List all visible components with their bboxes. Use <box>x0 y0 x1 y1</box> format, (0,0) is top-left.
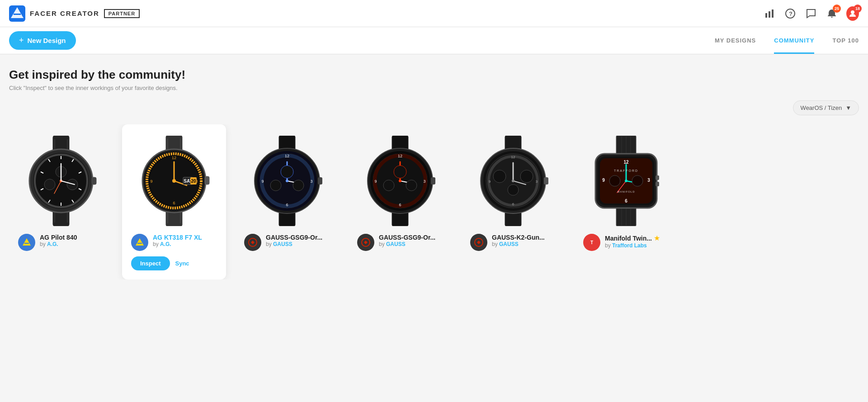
watch-info-gauss2: GAUSS-GSG9-Or... by GAUSS <box>357 234 443 251</box>
watch-author-gauss1: by GAUSS <box>266 241 322 247</box>
svg-text:T: T <box>590 240 593 245</box>
svg-text:6: 6 <box>286 203 288 207</box>
watch-meta-gauss3: GAUSS-K2-Gun... by GAUSS <box>492 234 545 247</box>
svg-rect-5 <box>772 9 774 18</box>
nav-tabs: MY DESIGNS COMMUNITY TOP 100 <box>715 27 859 54</box>
watch-meta-ag-kt318: AG KT318 F7 XL by A.G. <box>153 234 202 247</box>
svg-rect-36 <box>92 177 96 184</box>
chevron-down-icon: ▼ <box>845 104 851 111</box>
svg-point-78 <box>286 180 288 182</box>
svg-marker-37 <box>23 238 31 246</box>
platform-filter[interactable]: WearOS / Tizen ▼ <box>793 100 859 115</box>
author-link-ag-kt318[interactable]: A.G. <box>160 241 171 247</box>
watch-author-gauss3: by GAUSS <box>492 241 545 247</box>
facer-logo-icon <box>9 5 25 22</box>
svg-text:6: 6 <box>625 199 627 203</box>
svg-rect-140 <box>656 175 659 180</box>
sync-link[interactable]: Sync <box>175 260 189 267</box>
watch-name-manifold: Manifold Twin... <box>605 235 652 242</box>
avatar-ag-kt318 <box>131 234 148 251</box>
watch-name-gauss3: GAUSS-K2-Gun... <box>492 234 545 241</box>
new-design-button[interactable]: + New Design <box>9 31 76 50</box>
watch-grid: AG Pilot 840 by A.G. <box>9 124 859 279</box>
watch-card-gauss1: 12 6 9 3 <box>235 124 339 279</box>
avatar-gauss2 <box>357 234 374 251</box>
svg-rect-97 <box>431 177 435 184</box>
plus-icon: + <box>19 36 24 45</box>
svg-text:MANIFOLD: MANIFOLD <box>617 190 635 193</box>
main-content: Get inspired by the community! Click "In… <box>0 54 868 293</box>
page-subtitle: Click "Inspect" to see the inner working… <box>9 85 859 91</box>
svg-point-112 <box>520 170 533 183</box>
author-link-ag-pilot-840[interactable]: A.G. <box>47 241 58 247</box>
watch-info-ag-pilot-840: AG Pilot 840 by A.G. <box>18 234 104 251</box>
inspect-button[interactable]: Inspect <box>131 256 170 270</box>
watch-card-manifold: 12 6 9 3 TRAFFORD MANIFOLD <box>574 124 678 279</box>
svg-text:12: 12 <box>398 154 402 158</box>
svg-text:?: ? <box>789 10 793 17</box>
analytics-icon[interactable] <box>763 7 776 20</box>
profile-icon[interactable]: 18 <box>846 7 859 20</box>
watch-name-ag-kt318: AG KT318 F7 XL <box>153 234 202 241</box>
watch-author-gauss2: by GAUSS <box>379 241 435 247</box>
svg-point-111 <box>493 170 506 183</box>
svg-point-94 <box>383 180 394 191</box>
watch-meta-gauss2: GAUSS-GSG9-Or... by GAUSS <box>379 234 435 247</box>
svg-text:12: 12 <box>172 156 176 160</box>
watch-image-gauss3[interactable]: 12 6 9 3 <box>470 133 556 228</box>
svg-point-113 <box>508 184 519 195</box>
help-icon[interactable]: ? <box>784 7 797 20</box>
avatar-trafford: T <box>583 234 600 251</box>
author-link-gauss1[interactable]: GAUSS <box>273 241 292 247</box>
logo-area: FACER CREATOR PARTNER <box>9 5 140 22</box>
watch-info-ag-kt318: AG KT318 F7 XL by A.G. <box>131 234 217 251</box>
watch-name-gauss2: GAUSS-GSG9-Or... <box>379 234 435 241</box>
author-link-trafford[interactable]: Trafford Labs <box>612 242 647 249</box>
svg-text:6: 6 <box>399 203 401 207</box>
watch-meta-gauss1: GAUSS-GSG9-Or... by GAUSS <box>266 234 322 247</box>
svg-text:6: 6 <box>512 202 514 206</box>
chat-icon[interactable] <box>805 7 817 20</box>
svg-text:3: 3 <box>310 179 312 184</box>
svg-text:9: 9 <box>489 180 491 184</box>
watch-meta-ag-pilot-840: AG Pilot 840 by A.G. <box>40 234 77 247</box>
avatar-gauss3 <box>470 234 487 251</box>
svg-point-75 <box>281 166 293 178</box>
svg-text:3: 3 <box>423 179 425 184</box>
watch-meta-manifold: Manifold Twin... ★ by Trafford Labs <box>605 234 660 249</box>
svg-point-137 <box>609 175 620 186</box>
svg-text:9: 9 <box>602 178 605 183</box>
watch-image-gauss2[interactable]: 12 6 9 3 <box>357 133 443 228</box>
svg-point-139 <box>625 180 627 182</box>
svg-rect-2 <box>14 14 21 15</box>
notifications-icon[interactable]: 25 <box>826 7 838 20</box>
watch-actions-ag-kt318: Inspect Sync <box>131 256 217 270</box>
tab-my-designs[interactable]: MY DESIGNS <box>715 27 756 54</box>
filter-row: WearOS / Tizen ▼ <box>9 100 859 115</box>
svg-rect-79 <box>318 177 322 184</box>
watch-image-gauss1[interactable]: 12 6 9 3 <box>244 133 330 228</box>
svg-rect-60 <box>205 176 209 184</box>
watch-image-manifold[interactable]: 12 6 9 3 TRAFFORD MANIFOLD <box>583 133 669 228</box>
new-design-label: New Design <box>28 37 66 44</box>
svg-text:12: 12 <box>285 154 289 158</box>
svg-text:6: 6 <box>173 201 175 205</box>
star-icon: ★ <box>654 234 660 242</box>
svg-rect-115 <box>544 177 548 184</box>
svg-text:12: 12 <box>623 160 629 165</box>
svg-point-77 <box>293 180 304 191</box>
header-icons: ? 25 18 <box>763 7 859 20</box>
tab-top100[interactable]: TOP 100 <box>832 27 859 54</box>
svg-point-30 <box>44 179 55 190</box>
watch-image-ag-kt318[interactable]: 12 6 9 3 SAT 20 <box>131 133 217 228</box>
svg-text:20: 20 <box>191 179 196 184</box>
header: FACER CREATOR PARTNER ? 25 18 <box>0 0 868 27</box>
author-link-gauss2[interactable]: GAUSS <box>386 241 406 247</box>
watch-image-ag-pilot-840[interactable] <box>18 133 104 228</box>
filter-label: WearOS / Tizen <box>801 104 842 111</box>
avatar-gauss1 <box>244 234 261 251</box>
watch-author-ag-pilot-840: by A.G. <box>40 241 77 247</box>
tab-community[interactable]: COMMUNITY <box>774 27 814 54</box>
svg-rect-4 <box>769 11 770 18</box>
author-link-gauss3[interactable]: GAUSS <box>499 241 519 247</box>
